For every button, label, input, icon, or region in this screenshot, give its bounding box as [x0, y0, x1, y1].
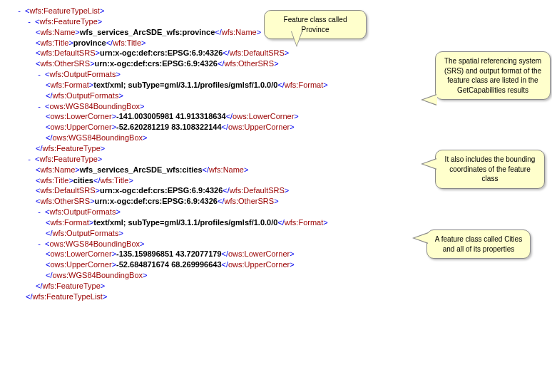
bbox-close: </ows:WGS84BoundingBox>: [6, 270, 546, 281]
callout-tail-icon: [423, 95, 437, 105]
other-srs-value: urn:x-ogc:def:crs:EPSG:6.9:4326: [95, 197, 218, 205]
upper-corner-value: -52.684871674 68.269996643: [116, 260, 221, 269]
collapse-toggle[interactable]: -: [36, 101, 43, 112]
callout-srs: The spatial referencing system (SRS) and…: [435, 51, 551, 100]
upper-corner-element: <ows:UpperCorner>-52.620281219 83.108322…: [6, 122, 546, 133]
callout-cities: A feature class called Cities and all of…: [426, 229, 531, 259]
format-value: text/xml; subType=gml/3.1.1/profiles/gml…: [93, 218, 277, 227]
callout-tail-icon: [292, 31, 302, 46]
other-srs-value: urn:x-ogc:def:crs:EPSG:6.9:4326: [95, 59, 218, 68]
lower-corner-value: -135.159896851 43.72077179: [116, 249, 221, 258]
other-srs-element: <wfs:OtherSRS>urn:x-ogc:def:crs:EPSG:6.9…: [6, 196, 546, 207]
callout-tail-icon: [414, 233, 429, 243]
callout-province: Feature class called Province: [264, 10, 367, 39]
bbox-open: - <ows:WGS84BoundingBox>: [6, 101, 546, 112]
format-element: <wfs:Format>text/xml; subType=gml/3.1.1/…: [6, 217, 546, 228]
upper-corner-element: <ows:UpperCorner>-52.684871674 68.269996…: [6, 259, 546, 270]
title-value: cities: [73, 176, 93, 185]
bbox-close: </ows:WGS84BoundingBox>: [6, 133, 546, 143]
upper-corner-value: -52.620281219 83.108322144: [116, 123, 221, 131]
callout-bbox: It also includes the bounding coordinate…: [435, 150, 545, 189]
featuretypelist-close: </wfs:FeatureTypeList>: [6, 292, 546, 302]
name-value: wfs_services_ArcSDE_wfs:cities: [80, 165, 203, 174]
featuretype-close: </wfs:FeatureType>: [6, 281, 546, 292]
name-value: wfs_services_ArcSDE_wfs:province: [80, 28, 215, 36]
default-srs-value: urn:x-ogc:def:crs:EPSG:6.9:4326: [100, 48, 223, 57]
collapse-toggle[interactable]: -: [16, 6, 23, 16]
format-value: text/xml; subType=gml/3.1.1/profiles/gml…: [93, 81, 277, 89]
collapse-toggle[interactable]: -: [36, 239, 43, 249]
collapse-toggle[interactable]: -: [36, 69, 43, 80]
output-formats-open: - <wfs:OutputFormats>: [6, 207, 546, 217]
lower-corner-element: <ows:LowerCorner>-141.003005981 41.91331…: [6, 111, 546, 122]
lower-corner-value: -141.003005981 41.913318634: [116, 112, 226, 120]
callout-tail-icon: [423, 159, 437, 169]
collapse-toggle[interactable]: -: [26, 154, 33, 165]
title-value: province: [73, 38, 106, 47]
default-srs-value: urn:x-ogc:def:crs:EPSG:6.9:4326: [100, 186, 223, 195]
collapse-toggle[interactable]: -: [36, 207, 43, 217]
collapse-toggle[interactable]: -: [26, 16, 33, 27]
